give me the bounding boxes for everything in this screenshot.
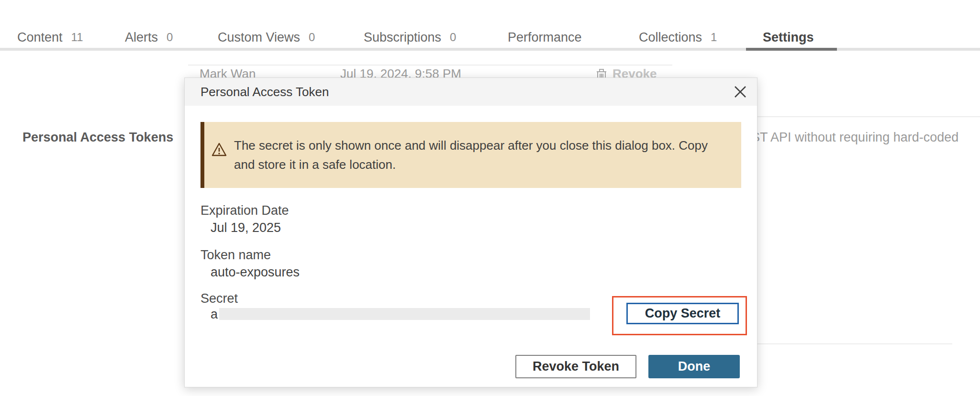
tab-settings-active-underline: [746, 48, 837, 51]
warning-message: The secret is only shown once and will d…: [234, 136, 717, 174]
expiration-date-value: Jul 19, 2025: [211, 220, 281, 235]
tab-content-count: 11: [71, 31, 83, 44]
tab-bar: Content 11 Alerts 0 Custom Views 0 Subsc…: [0, 0, 980, 51]
tab-settings[interactable]: Settings: [763, 27, 814, 48]
tab-collections-label: Collections: [639, 30, 702, 45]
secret-redacted-bar: [219, 308, 590, 320]
secret-value: a: [211, 307, 218, 322]
background-table-divider: [188, 65, 672, 66]
section-description-fragment: ST API without requiring hard-coded: [751, 130, 958, 145]
section-heading-personal-access-tokens: Personal Access Tokens: [22, 130, 173, 145]
close-icon[interactable]: [734, 86, 746, 98]
background-section-divider-top: [751, 116, 980, 117]
tab-alerts-label: Alerts: [125, 30, 158, 45]
copy-secret-button[interactable]: Copy Secret: [626, 303, 739, 324]
warning-triangle-icon: [211, 142, 227, 157]
tab-custom-views-count: 0: [309, 31, 315, 44]
tab-performance[interactable]: Performance: [508, 27, 582, 48]
expiration-date-label: Expiration Date: [200, 203, 289, 218]
tab-subscriptions-label: Subscriptions: [364, 30, 441, 45]
done-button[interactable]: Done: [648, 355, 740, 378]
secret-label: Secret: [200, 291, 238, 306]
tab-subscriptions-count: 0: [450, 31, 456, 44]
tab-content[interactable]: Content 11: [17, 27, 83, 48]
tab-collections[interactable]: Collections 1: [639, 27, 717, 48]
background-section-divider-bottom: [751, 343, 952, 344]
dialog-title: Personal Access Token: [200, 78, 329, 106]
token-name-label: Token name: [200, 248, 271, 263]
tab-collections-count: 1: [711, 31, 717, 44]
tab-performance-label: Performance: [508, 30, 582, 45]
personal-access-token-dialog: Personal Access Token The secret is only…: [184, 77, 757, 387]
token-name-value: auto-exposures: [211, 265, 300, 280]
secret-warning-banner: The secret is only shown once and will d…: [200, 122, 741, 188]
tab-alerts[interactable]: Alerts 0: [125, 27, 173, 48]
tab-content-label: Content: [17, 30, 63, 45]
tab-custom-views[interactable]: Custom Views 0: [218, 27, 315, 48]
tab-subscriptions[interactable]: Subscriptions 0: [364, 27, 456, 48]
tab-custom-views-label: Custom Views: [218, 30, 300, 45]
tab-settings-label: Settings: [763, 30, 814, 45]
revoke-token-button[interactable]: Revoke Token: [515, 355, 636, 378]
tab-alerts-count: 0: [167, 31, 173, 44]
dialog-header: Personal Access Token: [185, 78, 757, 106]
